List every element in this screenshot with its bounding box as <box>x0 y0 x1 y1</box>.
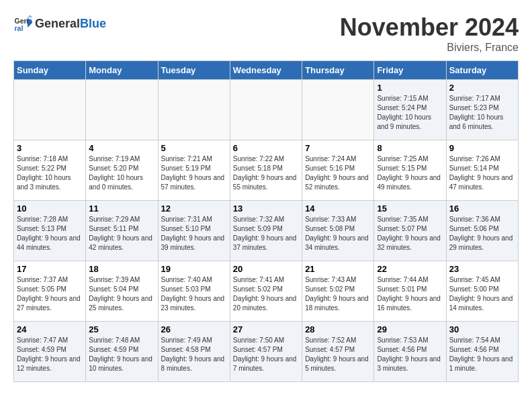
day-number: 4 <box>89 143 154 153</box>
weekday-header: Wednesday <box>230 61 302 80</box>
day-info: Sunrise: 7:39 AM Sunset: 5:04 PM Dayligh… <box>89 275 154 313</box>
day-info: Sunrise: 7:36 AM Sunset: 5:06 PM Dayligh… <box>449 215 515 253</box>
day-info: Sunrise: 7:33 AM Sunset: 5:08 PM Dayligh… <box>305 215 371 253</box>
calendar-cell: 22Sunrise: 7:44 AM Sunset: 5:01 PM Dayli… <box>374 261 446 322</box>
calendar-cell: 29Sunrise: 7:53 AM Sunset: 4:56 PM Dayli… <box>374 322 446 382</box>
calendar-cell: 8Sunrise: 7:25 AM Sunset: 5:15 PM Daylig… <box>374 140 446 201</box>
location-title: Biviers, France <box>340 42 519 54</box>
calendar-cell: 1Sunrise: 7:15 AM Sunset: 5:24 PM Daylig… <box>374 80 446 140</box>
day-info: Sunrise: 7:24 AM Sunset: 5:16 PM Dayligh… <box>305 154 371 192</box>
day-info: Sunrise: 7:18 AM Sunset: 5:22 PM Dayligh… <box>17 154 83 192</box>
calendar-cell: 16Sunrise: 7:36 AM Sunset: 5:06 PM Dayli… <box>446 201 518 261</box>
day-info: Sunrise: 7:26 AM Sunset: 5:14 PM Dayligh… <box>449 154 515 192</box>
calendar-cell: 27Sunrise: 7:50 AM Sunset: 4:57 PM Dayli… <box>230 322 302 382</box>
calendar-week-row: 17Sunrise: 7:37 AM Sunset: 5:05 PM Dayli… <box>14 261 519 322</box>
calendar-cell: 23Sunrise: 7:45 AM Sunset: 5:00 PM Dayli… <box>446 261 518 322</box>
logo-general: General <box>35 17 80 30</box>
svg-text:ral: ral <box>15 24 24 32</box>
calendar-cell: 2Sunrise: 7:17 AM Sunset: 5:23 PM Daylig… <box>446 80 518 140</box>
day-info: Sunrise: 7:17 AM Sunset: 5:23 PM Dayligh… <box>449 94 515 132</box>
day-number: 1 <box>377 83 443 93</box>
logo-icon: Gene ral <box>13 13 34 34</box>
day-number: 29 <box>377 324 443 334</box>
day-number: 19 <box>161 264 227 274</box>
calendar-cell: 11Sunrise: 7:29 AM Sunset: 5:11 PM Dayli… <box>86 201 158 261</box>
calendar-week-row: 10Sunrise: 7:28 AM Sunset: 5:13 PM Dayli… <box>14 201 519 261</box>
calendar-body: 1Sunrise: 7:15 AM Sunset: 5:24 PM Daylig… <box>14 80 519 382</box>
day-number: 26 <box>161 324 227 334</box>
day-info: Sunrise: 7:49 AM Sunset: 4:58 PM Dayligh… <box>161 336 227 373</box>
calendar-cell <box>230 80 302 140</box>
day-number: 14 <box>305 203 371 214</box>
month-title: November 2024 <box>340 13 519 42</box>
day-number: 10 <box>17 203 83 214</box>
day-info: Sunrise: 7:28 AM Sunset: 5:13 PM Dayligh… <box>17 215 83 253</box>
calendar-cell: 12Sunrise: 7:31 AM Sunset: 5:10 PM Dayli… <box>158 201 230 261</box>
weekday-header: Monday <box>86 61 158 80</box>
calendar-cell: 9Sunrise: 7:26 AM Sunset: 5:14 PM Daylig… <box>446 140 518 201</box>
day-info: Sunrise: 7:25 AM Sunset: 5:15 PM Dayligh… <box>377 154 443 192</box>
calendar-week-row: 24Sunrise: 7:47 AM Sunset: 4:59 PM Dayli… <box>14 322 519 382</box>
calendar-cell: 19Sunrise: 7:40 AM Sunset: 5:03 PM Dayli… <box>158 261 230 322</box>
day-info: Sunrise: 7:22 AM Sunset: 5:18 PM Dayligh… <box>233 154 299 192</box>
day-number: 13 <box>233 203 299 214</box>
day-number: 24 <box>17 324 83 334</box>
calendar-cell <box>14 80 86 140</box>
calendar-cell: 14Sunrise: 7:33 AM Sunset: 5:08 PM Dayli… <box>302 201 374 261</box>
logo: Gene ral GeneralBlue <box>13 13 106 34</box>
day-number: 2 <box>449 83 515 93</box>
calendar-cell: 5Sunrise: 7:21 AM Sunset: 5:19 PM Daylig… <box>158 140 230 201</box>
calendar-cell: 30Sunrise: 7:54 AM Sunset: 4:56 PM Dayli… <box>446 322 518 382</box>
day-number: 25 <box>89 324 154 334</box>
calendar-cell: 18Sunrise: 7:39 AM Sunset: 5:04 PM Dayli… <box>86 261 158 322</box>
day-number: 17 <box>17 264 83 274</box>
day-number: 11 <box>89 203 154 214</box>
calendar-cell: 3Sunrise: 7:18 AM Sunset: 5:22 PM Daylig… <box>14 140 86 201</box>
title-area: November 2024 Biviers, France <box>340 13 519 54</box>
day-number: 7 <box>305 143 371 153</box>
day-info: Sunrise: 7:41 AM Sunset: 5:02 PM Dayligh… <box>233 275 299 313</box>
calendar-cell: 10Sunrise: 7:28 AM Sunset: 5:13 PM Dayli… <box>14 201 86 261</box>
day-info: Sunrise: 7:32 AM Sunset: 5:09 PM Dayligh… <box>233 215 299 253</box>
day-number: 21 <box>305 264 371 274</box>
weekday-header: Friday <box>374 61 446 80</box>
day-info: Sunrise: 7:35 AM Sunset: 5:07 PM Dayligh… <box>377 215 443 253</box>
calendar-cell: 28Sunrise: 7:52 AM Sunset: 4:57 PM Dayli… <box>302 322 374 382</box>
day-info: Sunrise: 7:44 AM Sunset: 5:01 PM Dayligh… <box>377 275 443 313</box>
day-number: 23 <box>449 264 515 274</box>
logo-blue: Blue <box>80 17 106 30</box>
calendar-cell: 13Sunrise: 7:32 AM Sunset: 5:09 PM Dayli… <box>230 201 302 261</box>
day-info: Sunrise: 7:31 AM Sunset: 5:10 PM Dayligh… <box>161 215 227 253</box>
day-number: 8 <box>377 143 443 153</box>
calendar-cell <box>302 80 374 140</box>
calendar-cell: 15Sunrise: 7:35 AM Sunset: 5:07 PM Dayli… <box>374 201 446 261</box>
day-number: 9 <box>449 143 515 153</box>
calendar-cell: 26Sunrise: 7:49 AM Sunset: 4:58 PM Dayli… <box>158 322 230 382</box>
day-number: 28 <box>305 324 371 334</box>
calendar-cell <box>158 80 230 140</box>
day-number: 18 <box>89 264 154 274</box>
day-info: Sunrise: 7:37 AM Sunset: 5:05 PM Dayligh… <box>17 275 83 313</box>
calendar-cell <box>86 80 158 140</box>
logo-text: GeneralBlue <box>35 17 106 31</box>
day-number: 5 <box>161 143 227 153</box>
day-info: Sunrise: 7:50 AM Sunset: 4:57 PM Dayligh… <box>233 336 299 373</box>
day-info: Sunrise: 7:53 AM Sunset: 4:56 PM Dayligh… <box>377 336 443 373</box>
day-info: Sunrise: 7:15 AM Sunset: 5:24 PM Dayligh… <box>377 94 443 132</box>
day-number: 6 <box>233 143 299 153</box>
day-info: Sunrise: 7:21 AM Sunset: 5:19 PM Dayligh… <box>161 154 227 192</box>
calendar-cell: 17Sunrise: 7:37 AM Sunset: 5:05 PM Dayli… <box>14 261 86 322</box>
calendar-cell: 24Sunrise: 7:47 AM Sunset: 4:59 PM Dayli… <box>14 322 86 382</box>
calendar-cell: 20Sunrise: 7:41 AM Sunset: 5:02 PM Dayli… <box>230 261 302 322</box>
day-number: 20 <box>233 264 299 274</box>
day-info: Sunrise: 7:45 AM Sunset: 5:00 PM Dayligh… <box>449 275 515 313</box>
calendar-week-row: 1Sunrise: 7:15 AM Sunset: 5:24 PM Daylig… <box>14 80 519 140</box>
svg-marker-3 <box>28 15 33 17</box>
day-info: Sunrise: 7:48 AM Sunset: 4:59 PM Dayligh… <box>89 336 154 373</box>
calendar-week-row: 3Sunrise: 7:18 AM Sunset: 5:22 PM Daylig… <box>14 140 519 201</box>
day-info: Sunrise: 7:40 AM Sunset: 5:03 PM Dayligh… <box>161 275 227 313</box>
calendar-table: SundayMondayTuesdayWednesdayThursdayFrid… <box>13 60 519 382</box>
weekday-header: Thursday <box>302 61 374 80</box>
day-info: Sunrise: 7:19 AM Sunset: 5:20 PM Dayligh… <box>89 154 154 192</box>
header: Gene ral GeneralBlue November 2024 Bivie… <box>13 13 519 54</box>
